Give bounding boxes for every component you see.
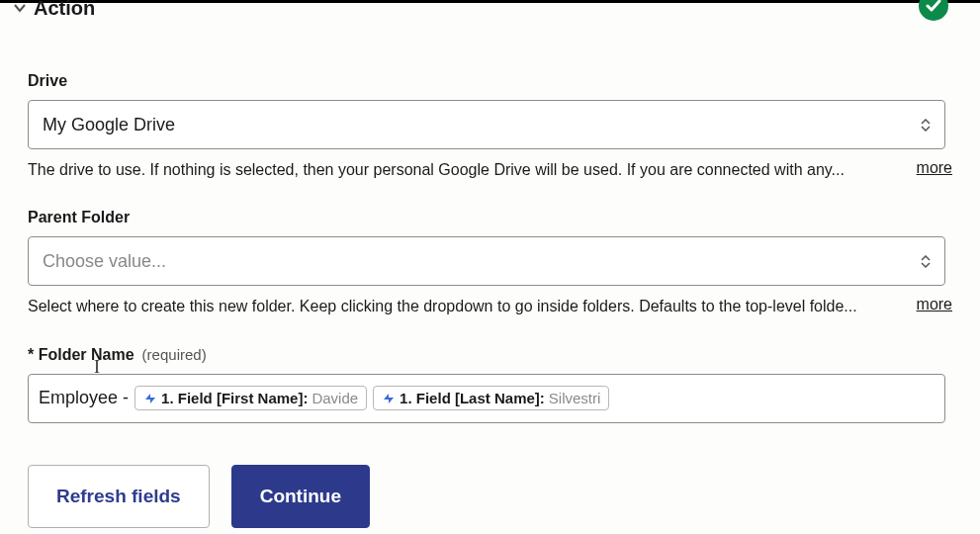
parent-folder-placeholder: Choose value... — [43, 251, 166, 272]
drive-field: Drive My Google Drive The drive to use. … — [28, 72, 952, 181]
folder-name-hint: (required) — [142, 346, 207, 363]
section-header: Action — [0, 3, 980, 23]
parent-folder-help-text: Select where to create this new folder. … — [28, 296, 857, 317]
select-stepper-icon — [921, 255, 931, 268]
parent-folder-field: Parent Folder Choose value... Select whe… — [28, 209, 952, 317]
pill-last-name[interactable]: 1. Field [Last Name]: Silvestri — [373, 386, 609, 410]
parent-folder-select[interactable]: Choose value... — [28, 236, 945, 286]
zap-icon — [382, 392, 396, 405]
folder-name-text-prefix: Employee - — [39, 388, 129, 408]
pill-value: Davide — [312, 390, 358, 406]
drive-help-row: The drive to use. If nothing is selected… — [28, 159, 952, 181]
parent-folder-more-link[interactable]: more — [917, 296, 952, 313]
success-check-icon — [919, 0, 948, 21]
required-asterisk: * Folder Name — [28, 346, 134, 364]
drive-help-text: The drive to use. If nothing is selected… — [28, 159, 845, 181]
parent-folder-label: Parent Folder — [28, 209, 952, 226]
drive-select[interactable]: My Google Drive — [28, 100, 945, 149]
pill-value: Silvestri — [549, 390, 601, 406]
drive-select-value: My Google Drive — [43, 115, 175, 135]
button-row: Refresh fields Continue — [28, 465, 952, 528]
folder-name-label-row: * Folder Name (required) — [28, 346, 952, 364]
parent-folder-help-row: Select where to create this new folder. … — [28, 296, 952, 317]
drive-more-link[interactable]: more — [917, 159, 952, 177]
select-stepper-icon — [921, 119, 931, 132]
folder-name-field: * Folder Name (required) Employee - I 1.… — [28, 346, 952, 423]
form-content: Drive My Google Drive The drive to use. … — [0, 23, 980, 528]
drive-label: Drive — [28, 72, 952, 90]
caret-down-icon[interactable] — [12, 0, 28, 16]
section-header-left: Action — [12, 0, 95, 20]
pill-label: 1. Field [Last Name]: — [400, 390, 545, 406]
refresh-fields-button[interactable]: Refresh fields — [28, 465, 210, 528]
pill-label: 1. Field [First Name]: — [161, 390, 308, 406]
pill-first-name[interactable]: 1. Field [First Name]: Davide — [134, 386, 367, 410]
section-title: Action — [34, 0, 95, 20]
folder-name-input[interactable]: Employee - I 1. Field [First Name]: Davi… — [28, 374, 945, 423]
zap-icon — [143, 392, 157, 405]
continue-button[interactable]: Continue — [231, 465, 370, 528]
